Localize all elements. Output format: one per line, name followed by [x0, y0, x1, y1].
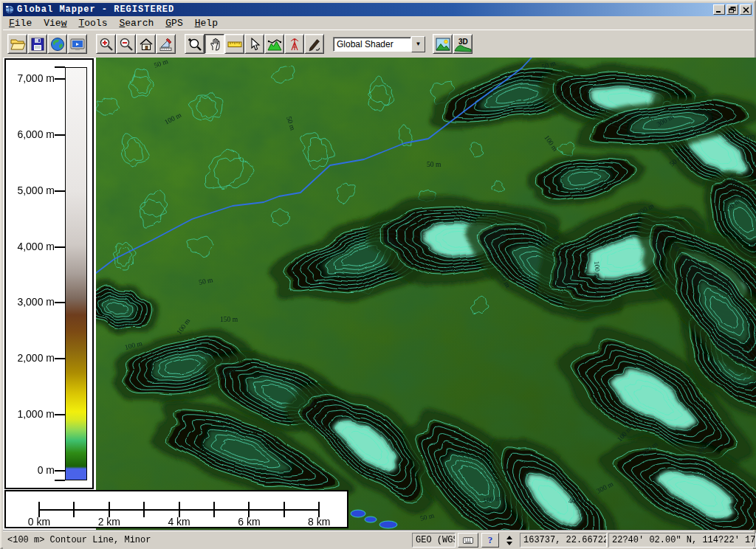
status-spinner[interactable] — [505, 534, 514, 547]
view-3d-button[interactable]: 3D — [453, 34, 472, 54]
help-icon: ? — [488, 534, 493, 546]
window-title: Global Mapper - REGISTERED — [17, 4, 713, 15]
status-projection: GEO (WGS84 — [412, 533, 456, 548]
legend-tick — [55, 470, 65, 472]
legend-tick — [55, 190, 65, 192]
minimize-icon — [715, 7, 723, 13]
zoom-in-button[interactable] — [96, 34, 116, 54]
restore-icon — [729, 7, 736, 13]
legend-tick — [55, 246, 65, 248]
monitor-icon — [69, 36, 86, 52]
legend-label: 2,000 m — [6, 352, 55, 364]
scale-tick — [248, 502, 250, 517]
menu-gps[interactable]: GPS — [159, 17, 188, 30]
scale-label: 8 km — [297, 516, 341, 528]
menu-file[interactable]: File — [3, 17, 38, 30]
legend-label: 6,000 m — [6, 128, 55, 140]
zoom-tool-button[interactable] — [185, 34, 205, 54]
view-3d-icon: 3D — [454, 36, 472, 52]
shader-combo-value[interactable]: Global Shader — [333, 37, 411, 52]
world-button[interactable] — [47, 34, 67, 54]
zoom-out-button[interactable] — [116, 34, 136, 54]
help-button[interactable]: ? — [481, 533, 499, 548]
legend-tick — [55, 414, 65, 415]
scale-tick — [213, 502, 215, 517]
spinner-up-icon — [506, 536, 512, 539]
measure-tool-button[interactable] — [224, 34, 244, 54]
scale-tick — [109, 502, 110, 517]
shader-combo-arrow[interactable]: ▼ — [411, 36, 425, 52]
antenna-icon — [286, 36, 303, 52]
close-icon — [743, 7, 749, 13]
picture-icon — [435, 36, 451, 52]
elevation-legend: 7,000 m6,000 m5,000 m4,000 m3,000 m2,000… — [4, 58, 94, 489]
zoom-in-icon — [98, 36, 114, 52]
status-coords-dms: 22?40' 02.00" N, 114?22' 17.89" E — [608, 533, 756, 548]
toolbar-group-tools — [185, 34, 324, 54]
scale-tick — [179, 502, 180, 517]
elevation-gradient-bar — [65, 67, 87, 480]
home-icon — [138, 36, 154, 52]
legend-label: 0 m — [6, 464, 55, 476]
contour-label: 150 m — [220, 316, 238, 323]
open-button[interactable] — [7, 34, 27, 54]
legend-label: 3,000 m — [6, 296, 55, 308]
menu-view[interactable]: View — [38, 17, 72, 30]
legend-end-tick — [55, 480, 65, 481]
toolbar-group-zoom — [96, 34, 176, 54]
open-folder-icon — [10, 36, 26, 52]
scale-tick — [318, 502, 320, 517]
menu-tools[interactable]: Tools — [72, 17, 113, 30]
status-bar: <100 m> Contour Line, Minor GEO (WGS84 ?… — [3, 530, 753, 549]
contour-label: 100 m — [593, 260, 602, 279]
digitizer-button[interactable] — [304, 34, 324, 54]
scale-tick — [73, 502, 75, 517]
toolbar-group-file — [7, 34, 87, 54]
menu-search[interactable]: Search — [113, 17, 159, 30]
legend-label: 1,000 m — [6, 408, 55, 420]
path-profile-button[interactable] — [264, 34, 284, 54]
legend-label: 4,000 m — [6, 241, 55, 252]
scale-tick — [284, 502, 285, 517]
map-canvas[interactable]: 50 m100 m50 m50 m50 m100 m300 m400 m50 m… — [96, 58, 756, 530]
pond — [351, 510, 365, 517]
arrow-cursor-icon — [247, 36, 263, 52]
contour-label: 400 m — [568, 497, 587, 505]
app-icon — [4, 4, 15, 15]
triangle-ruler-pencil-icon — [158, 36, 174, 52]
legend-label: 7,000 m — [6, 72, 55, 84]
save-button[interactable] — [27, 34, 47, 54]
keyboard-button[interactable] — [458, 533, 478, 548]
shader-combo[interactable]: Global Shader ▼ — [333, 36, 425, 52]
status-coords-decimal: 163737, 22.66722137 ) — [520, 533, 607, 548]
legend-tick — [55, 302, 65, 303]
raster-options-button[interactable] — [433, 34, 453, 54]
pond — [379, 521, 397, 528]
menu-bar: FileViewToolsSearchGPSHelp — [3, 16, 753, 30]
full-view-button[interactable] — [136, 34, 156, 54]
scale-tick — [38, 502, 40, 517]
contour-label: 500 m — [443, 266, 461, 273]
view-shed-button[interactable] — [284, 34, 304, 54]
legend-tick — [55, 134, 65, 136]
toolbar-group-view: 3D — [433, 34, 472, 54]
close-button[interactable] — [740, 4, 752, 15]
menu-help[interactable]: Help — [189, 17, 224, 30]
legend-label: 5,000 m — [6, 184, 55, 196]
restore-button[interactable] — [726, 4, 738, 15]
display-options-button[interactable] — [67, 34, 87, 54]
contour-label: 400 m — [744, 134, 756, 142]
save-floppy-icon — [30, 36, 46, 52]
toolbar: Global Shader ▼ 3D — [3, 30, 753, 58]
zoom-out-icon — [118, 36, 134, 52]
scale-tick — [143, 502, 145, 517]
measure-draw-button[interactable] — [156, 34, 176, 54]
pond — [365, 517, 377, 522]
select-tool-button[interactable] — [244, 34, 264, 54]
scale-label: 6 km — [227, 516, 271, 528]
profile-chart-icon — [267, 36, 283, 52]
scale-label: 2 km — [87, 516, 131, 528]
app-window: Global Mapper - REGISTERED FileViewTools… — [0, 0, 756, 549]
pan-tool-button[interactable] — [205, 34, 224, 54]
minimize-button[interactable] — [713, 4, 725, 15]
